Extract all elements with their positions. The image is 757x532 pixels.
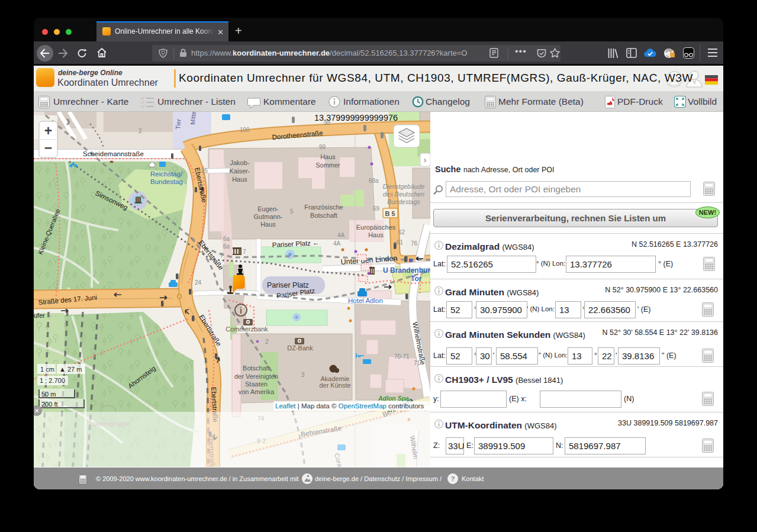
svg-text:Scheidemannstraße: Scheidemannstraße bbox=[83, 150, 144, 157]
svg-text:13.379999999999976: 13.379999999999976 bbox=[314, 113, 398, 122]
svg-text:3: 3 bbox=[301, 372, 305, 378]
svg-text:der Künste: der Künste bbox=[319, 382, 350, 389]
svg-text:4A: 4A bbox=[333, 240, 341, 247]
svg-text:7: 7 bbox=[243, 249, 246, 255]
svg-text:76: 76 bbox=[411, 240, 418, 247]
svg-text:7: 7 bbox=[220, 252, 224, 259]
svg-text:Kaiser-: Kaiser- bbox=[230, 167, 250, 175]
svg-text:Tier: Tier bbox=[174, 118, 182, 130]
svg-text:Haus: Haus bbox=[260, 221, 276, 228]
svg-text:?: ? bbox=[451, 475, 455, 482]
svg-text:des Deutschen: des Deutschen bbox=[383, 191, 424, 198]
svg-text:1 cm: 1 cm bbox=[40, 366, 54, 373]
svg-text:6a: 6a bbox=[223, 243, 230, 250]
svg-text:Europäisches: Europäisches bbox=[356, 224, 396, 231]
svg-text:Hotel Adlon: Hotel Adlon bbox=[348, 297, 383, 304]
svg-text:Jakob-: Jakob- bbox=[230, 159, 249, 166]
svg-text:6a: 6a bbox=[223, 236, 230, 242]
svg-text:Leaflet | Map data © OpenStree: Leaflet | Map data © OpenStreetMap contr… bbox=[275, 402, 424, 410]
svg-text:62: 62 bbox=[398, 229, 405, 236]
svg-text:Botschaft: Botschaft bbox=[243, 365, 270, 372]
svg-text:99: 99 bbox=[319, 144, 326, 150]
svg-text:der Vereinigten: der Vereinigten bbox=[234, 373, 278, 380]
svg-text:+: + bbox=[44, 123, 52, 138]
svg-text:5: 5 bbox=[290, 208, 294, 215]
svg-text:Tor: Tor bbox=[411, 275, 422, 283]
svg-text:›: › bbox=[66, 112, 70, 129]
svg-text:✕: ✕ bbox=[34, 407, 39, 414]
svg-text:2: 2 bbox=[138, 128, 142, 134]
svg-text:›: › bbox=[424, 155, 427, 165]
svg-text:ufer: ufer bbox=[34, 312, 45, 319]
svg-text:−: − bbox=[44, 140, 52, 156]
svg-text:Haus: Haus bbox=[320, 153, 336, 160]
svg-text:61: 61 bbox=[397, 239, 404, 246]
svg-text:▲ 27 m: ▲ 27 m bbox=[59, 366, 82, 373]
svg-text:70-71: 70-71 bbox=[394, 353, 410, 360]
svg-text:68a: 68a bbox=[369, 178, 379, 184]
svg-text:Commerzbank: Commerzbank bbox=[226, 325, 268, 333]
svg-text:Gutmann-: Gutmann- bbox=[254, 213, 283, 220]
svg-text:100: 100 bbox=[240, 127, 250, 133]
svg-text:4A: 4A bbox=[337, 232, 345, 238]
svg-text:U Brandenbur: U Brandenbur bbox=[383, 266, 430, 275]
svg-text:Mitte: Mitte bbox=[189, 112, 197, 125]
svg-text:Dienstgebäude: Dienstgebäude bbox=[383, 183, 425, 190]
svg-text:Eugen-: Eugen- bbox=[257, 205, 279, 212]
svg-text:50 m: 50 m bbox=[41, 391, 56, 398]
svg-text:24: 24 bbox=[195, 279, 202, 286]
svg-text:Staaten: Staaten bbox=[245, 381, 268, 388]
svg-text:Botschaft: Botschaft bbox=[310, 212, 337, 219]
svg-text:Bundestag: Bundestag bbox=[150, 178, 183, 185]
svg-text:200 ft: 200 ft bbox=[41, 401, 58, 408]
svg-text:Haus: Haus bbox=[232, 176, 247, 183]
svg-text:71: 71 bbox=[414, 360, 421, 366]
svg-text:Haus: Haus bbox=[368, 231, 384, 238]
svg-text:Französische: Französische bbox=[304, 204, 343, 211]
svg-text:Bundestags: Bundestags bbox=[387, 198, 420, 205]
svg-text:Pariser Platz: Pariser Platz bbox=[267, 281, 309, 289]
svg-text:B 5: B 5 bbox=[385, 210, 395, 217]
svg-text:Reichstag/: Reichstag/ bbox=[150, 170, 183, 178]
svg-text:von Amerika: von Amerika bbox=[239, 388, 275, 395]
svg-text:2: 2 bbox=[265, 338, 269, 345]
svg-text:DZ-Bank: DZ-Bank bbox=[287, 344, 313, 352]
svg-text:Sommer: Sommer bbox=[315, 162, 340, 169]
svg-text:69: 69 bbox=[373, 205, 380, 212]
svg-text:1 : 2.700: 1 : 2.700 bbox=[40, 377, 65, 384]
svg-text:i: i bbox=[240, 306, 242, 315]
svg-text:25: 25 bbox=[201, 167, 208, 174]
